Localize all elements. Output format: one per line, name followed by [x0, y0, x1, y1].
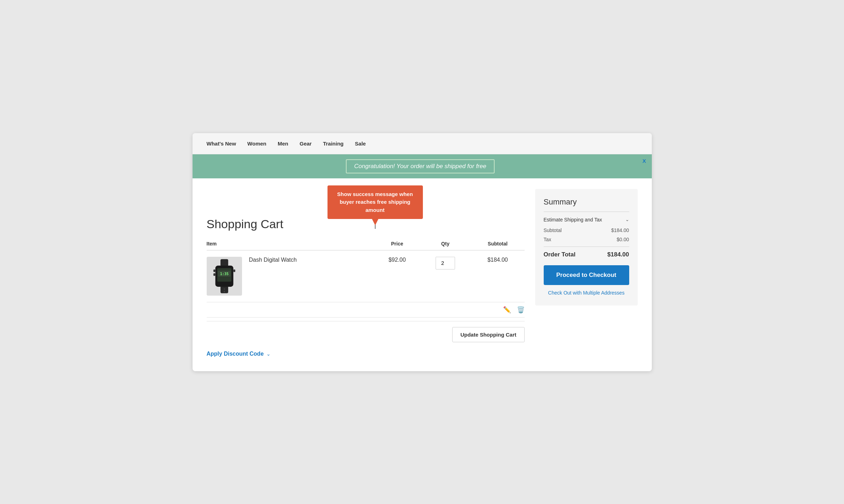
annotation-container: Show success message when buyer reaches … [207, 189, 525, 217]
shipping-chevron-icon: ⌄ [625, 217, 629, 222]
nav-item-women[interactable]: Women [247, 141, 266, 147]
shipping-estimate-label: Estimate Shipping and Tax [544, 217, 602, 223]
cart-table: Item Price Qty Subtotal [207, 238, 525, 318]
order-total-value: $184.00 [607, 251, 629, 258]
watch-image-svg: 1:35 [210, 259, 238, 294]
product-qty-cell [420, 250, 471, 302]
tax-value: $0.00 [616, 237, 629, 242]
product-name: Dash Digital Watch [249, 250, 374, 302]
product-image-cell: 1:35 [207, 250, 249, 302]
nav-item-gear[interactable]: Gear [300, 141, 312, 147]
banner-text-wrapper: Congratulation! Your order will be shipp… [346, 159, 495, 173]
summary-title: Summary [544, 197, 629, 207]
annotation-text: Show success message when buyer reaches … [337, 191, 413, 213]
product-subtotal: $184.00 [471, 250, 525, 302]
tax-line: Tax $0.00 [544, 237, 629, 242]
annotation-wrapper: Show success message when buyer reaches … [327, 185, 423, 229]
subtotal-value: $184.00 [611, 227, 629, 233]
svg-text:1:35: 1:35 [220, 272, 228, 276]
col-price: Price [374, 238, 420, 250]
multi-address-link[interactable]: Check Out with Multiple Addresses [544, 290, 629, 296]
discount-row[interactable]: Apply Discount Code ⌄ [207, 351, 525, 357]
cart-section: Show success message when buyer reaches … [207, 189, 525, 357]
col-item: Item [207, 238, 374, 250]
subtotal-line: Subtotal $184.00 [544, 227, 629, 233]
edit-item-button[interactable]: ✏️ [503, 306, 511, 314]
col-qty: Qty [420, 238, 471, 250]
col-subtotal: Subtotal [471, 238, 525, 250]
update-row: Update Shopping Cart [207, 321, 525, 342]
svg-rect-8 [233, 269, 235, 272]
nav-item-training[interactable]: Training [323, 141, 343, 147]
summary-sidebar: Summary Estimate Shipping and Tax ⌄ Subt… [535, 189, 638, 306]
delete-item-button[interactable]: 🗑️ [517, 306, 525, 314]
annotation-bubble: Show success message when buyer reaches … [327, 185, 423, 219]
update-cart-button[interactable]: Update Shopping Cart [452, 327, 524, 342]
nav-item-whats-new[interactable]: What's New [207, 141, 236, 147]
nav-item-men[interactable]: Men [278, 141, 288, 147]
discount-label: Apply Discount Code [207, 351, 264, 357]
page-container: What's New Women Men Gear Training Sale … [193, 133, 652, 371]
product-image: 1:35 [207, 257, 242, 296]
action-buttons-cell: ✏️ 🗑️ [207, 302, 525, 317]
main-content: Show success message when buyer reaches … [193, 178, 652, 371]
cart-row-watch: 1:35 Dash [207, 250, 525, 302]
banner-text: Congratulation! Your order will be shipp… [354, 163, 486, 170]
svg-point-10 [224, 291, 225, 292]
checkout-button[interactable]: Proceed to Checkout [544, 265, 629, 285]
svg-rect-7 [213, 273, 215, 275]
order-total-label: Order Total [544, 251, 576, 258]
product-price: $92.00 [374, 250, 420, 302]
tax-label: Tax [544, 237, 551, 242]
svg-rect-6 [213, 269, 215, 272]
banner-close-button[interactable]: X [642, 158, 646, 164]
svg-rect-0 [220, 259, 228, 266]
cart-row-actions: ✏️ 🗑️ [207, 302, 525, 317]
nav-item-sale[interactable]: Sale [355, 141, 366, 147]
qty-input[interactable] [436, 257, 455, 269]
success-banner: Congratulation! Your order will be shipp… [193, 154, 652, 178]
order-total-line: Order Total $184.00 [544, 247, 629, 258]
shipping-estimate-row[interactable]: Estimate Shipping and Tax ⌄ [544, 217, 629, 223]
discount-chevron-icon: ⌄ [266, 351, 271, 357]
svg-point-9 [224, 288, 225, 290]
nav-bar: What's New Women Men Gear Training Sale [193, 133, 652, 154]
subtotal-label: Subtotal [544, 227, 562, 233]
summary-divider [544, 212, 629, 212]
